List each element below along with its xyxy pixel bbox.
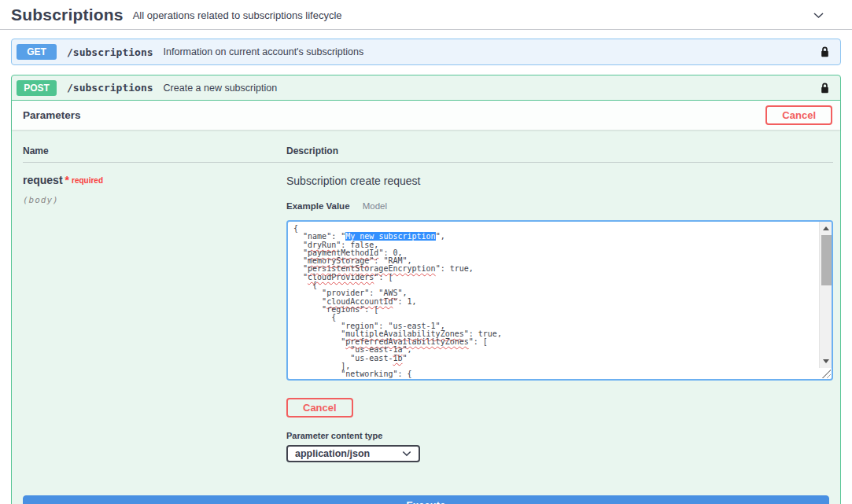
body-editor[interactable]: { "name": "My new subscription", "dryRun… (286, 220, 833, 381)
section-description: All operations related to subscriptions … (133, 9, 342, 21)
body-editor-code[interactable]: { "name": "My new subscription", "dryRun… (288, 222, 832, 379)
content-type-select[interactable]: application/json (286, 445, 420, 462)
endpoint-path-post: /subscriptions (67, 82, 153, 94)
required-badge: required (72, 176, 103, 185)
endpoint-summary-get: Information on current account's subscri… (164, 46, 364, 57)
col-header-name: Name (23, 139, 286, 162)
execute-button[interactable]: Execute (23, 495, 829, 504)
swagger-page: { "section": { "title": "Subscriptions",… (0, 0, 852, 504)
scroll-up-icon[interactable] (823, 226, 829, 230)
cancel-button-top[interactable]: Cancel (765, 105, 832, 125)
method-badge-post: POST (17, 80, 57, 96)
execute-section: Execute (12, 495, 840, 504)
endpoint-path-get: /subscriptions (67, 46, 153, 58)
tab-model[interactable]: Model (363, 201, 387, 211)
model-example-tabs: Example Value Model (286, 201, 833, 211)
scroll-down-icon[interactable] (823, 359, 829, 363)
opblock-summary-get[interactable]: GET /subscriptions Information on curren… (12, 39, 840, 64)
param-row: request*required (body) Subscription cre… (23, 163, 833, 462)
opblock-post-subscriptions: POST /subscriptions Create a new subscri… (11, 75, 841, 504)
col-header-description: Description (286, 139, 833, 162)
section-title: Subscriptions (11, 6, 124, 24)
required-star: * (65, 174, 69, 186)
param-name-cell: request*required (body) (23, 174, 286, 462)
lock-icon[interactable] (821, 83, 829, 94)
parameters-title: Parameters (23, 109, 81, 121)
tab-example-value[interactable]: Example Value (286, 201, 350, 211)
param-description-cell: Subscription create request Example Valu… (286, 174, 833, 462)
method-badge-get: GET (17, 44, 57, 60)
chevron-down-icon[interactable] (812, 9, 825, 22)
content-type-value: application/json (295, 448, 370, 459)
endpoint-summary-post: Create a new subscription (164, 83, 278, 94)
lock-icon[interactable] (821, 46, 829, 57)
opblock-get-subscriptions: GET /subscriptions Information on curren… (11, 39, 841, 65)
param-name: request (23, 174, 63, 186)
content-type-group: Parameter content type application/json (286, 431, 833, 462)
param-location: (body) (23, 195, 286, 205)
scrollbar-thumb[interactable] (821, 235, 832, 285)
param-description: Subscription create request (286, 175, 833, 187)
chevron-down-icon (402, 451, 411, 457)
parameters-header: Parameters Cancel (12, 101, 840, 130)
parameters-table: Name Description request*required (body)… (12, 130, 840, 462)
params-table-header: Name Description (23, 139, 833, 163)
tag-section-header[interactable]: Subscriptions All operations related to … (0, 0, 852, 30)
content-type-label: Parameter content type (286, 431, 833, 440)
opblock-summary-post[interactable]: POST /subscriptions Create a new subscri… (12, 75, 840, 101)
cancel-button-bottom[interactable]: Cancel (286, 398, 353, 418)
editor-scrollbar[interactable] (819, 222, 832, 368)
